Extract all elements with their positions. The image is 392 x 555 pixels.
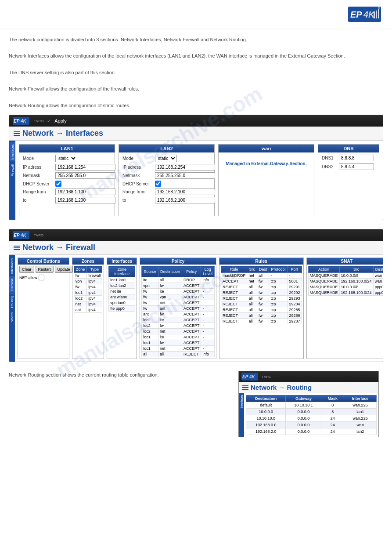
iface-col-zone: Zone Interface — [109, 266, 135, 277]
policy-col-src: Source — [142, 266, 158, 277]
routing-title-bar: Network → Routing — [239, 382, 378, 393]
logo: EP 4K ® — [348, 4, 383, 24]
dns1-label: DNS1 — [322, 156, 337, 160]
menu-icon[interactable] — [14, 131, 20, 136]
side-tab-interfaces[interactable]: Interfaces — [10, 142, 15, 161]
control-buttons-header: Control Buttons — [18, 258, 69, 265]
apply-label[interactable]: Apply — [54, 118, 67, 123]
lan2-dhcp-checkbox[interactable] — [155, 181, 161, 187]
policy-body: Source Destination Policy Log Level itea… — [140, 265, 216, 359]
firewall-panel-header: EP 4K TVRO — [9, 229, 383, 241]
dns2-label: DNS2 — [322, 164, 337, 169]
routing-side-tab-interfaces[interactable]: Interfaces — [239, 393, 244, 410]
lan2-range-from-field: Range from — [122, 189, 211, 195]
routing-panel-container: EP 4K TVRO Network → Routing — [238, 371, 383, 437]
dns1-input[interactable] — [339, 155, 374, 161]
zones-col-type: Type — [87, 266, 102, 273]
clear-button[interactable]: Clear — [19, 266, 34, 273]
lan1-ip-input[interactable] — [55, 164, 115, 170]
lan1-netmask-label: Netmask — [23, 173, 54, 178]
policy-header: Policy — [140, 258, 216, 265]
table-row: fwiteACCEPT- — [142, 289, 215, 294]
net-allow-label: NET allow — [19, 276, 37, 280]
lan2-ip-input[interactable] — [155, 164, 215, 170]
lan1-netmask-input[interactable] — [55, 172, 115, 179]
lan1-box: LAN1 Mode static IP adress — [19, 144, 115, 216]
zones-body: Zone Type fwfirewallvpnipv4fwipv4loc1ipv… — [72, 265, 104, 314]
table-row: REJECTallfwtcp29285 — [221, 307, 302, 313]
lan2-range-from-label: Range from — [122, 189, 153, 194]
svg-rect-5 — [376, 11, 377, 18]
snat-header: SNAT — [307, 258, 383, 265]
lan1-dhcp-checkbox[interactable] — [55, 181, 61, 187]
routing-body: Interfaces Destination Gateway Mask — [239, 393, 378, 437]
fw-side-tabs: Interfaces Firewall Routing others — [9, 255, 15, 362]
svg-text:4K: 4K — [20, 233, 27, 238]
svg-rect-4 — [374, 12, 375, 18]
table-row: antipv4 — [74, 307, 102, 313]
snat-section: SNAT Action Src Dest — [306, 258, 383, 359]
interfaces-fw-header: Interfaces — [107, 258, 137, 265]
lan2-range-from-input[interactable] — [155, 189, 215, 195]
svg-text:EP: EP — [14, 233, 20, 238]
interfaces-fw-body: Zone Interface loc1 lan1loc2 lan2net ite… — [107, 265, 137, 313]
table-row: loc2netACCEPT- — [142, 329, 215, 334]
zones-col-zone: Zone — [74, 266, 87, 273]
interfaces-panel-header: EP 4K TVRO ✓ Apply — [9, 115, 383, 127]
update-button[interactable]: Update — [55, 266, 73, 273]
control-buttons-body: Clear Restart Update NET allow — [18, 265, 69, 282]
table-row: fwipv4 — [74, 284, 102, 290]
lan2-netmask-field: Netmask — [122, 172, 211, 179]
svg-rect-6 — [378, 9, 379, 18]
fw-side-tab-interfaces[interactable]: Interfaces — [9, 257, 15, 276]
bottom-section: Network Routing section shows the curren… — [9, 371, 383, 437]
dns2-input[interactable] — [339, 163, 374, 170]
fw-tvro-label: TVRO — [34, 233, 43, 237]
lan1-range-from-input[interactable] — [55, 189, 115, 195]
firewall-panel: EP 4K TVRO Network → Firewall Interfaces… — [9, 229, 383, 362]
zones-section: Zones Zone Type fwfirewallv — [72, 258, 104, 359]
routing-menu-icon[interactable] — [242, 385, 248, 390]
lan1-to-label: to — [23, 198, 54, 203]
interfaces-panel-title: Network → Interfaces — [22, 129, 103, 138]
firewall-title-bar: Network → Firewall — [9, 241, 383, 255]
table-row: ACCEPTnetfwtcp5001 — [221, 279, 302, 284]
snat-col-action: Action — [308, 266, 339, 273]
lan1-to-field: to — [23, 197, 111, 203]
restart-button[interactable]: Restart — [36, 266, 54, 273]
epak-logo-routing: EP 4K — [241, 373, 259, 381]
table-row: fwnetACCEPT- — [142, 300, 215, 306]
table-row: vpn tun0 — [109, 300, 135, 306]
lan1-to-input[interactable] — [55, 197, 115, 203]
table-row: REJECTallfwtcp29293 — [221, 296, 302, 301]
epak-logo-icon: EP 4K ® — [348, 4, 383, 24]
side-tabs: Interfaces Firewall — [9, 141, 15, 220]
dns-box: DNS DNS1 DNS2 — [318, 144, 379, 216]
policy-table: Source Destination Policy Log Level itea… — [141, 266, 215, 357]
lan2-to-input[interactable] — [155, 197, 215, 203]
net-allow-checkbox[interactable] — [39, 275, 44, 280]
table-row: netipv4 — [74, 301, 102, 307]
interfaces-content: LAN1 Mode static IP adress — [15, 141, 383, 220]
lan1-mode-select[interactable]: static — [55, 155, 77, 162]
lan2-netmask-input[interactable] — [155, 172, 215, 179]
table-row: REJECTallfwtcp29291 — [221, 284, 302, 290]
side-tab-firewall[interactable]: Firewall — [10, 163, 15, 178]
svg-text:4K: 4K — [20, 119, 27, 123]
fw-side-tab-firewall[interactable]: Firewall — [9, 277, 15, 293]
interfaces-panel-body: Interfaces Firewall LAN1 Mode static — [9, 141, 383, 220]
zones-header: Zones — [72, 258, 104, 265]
lan2-mode-select[interactable]: static — [155, 155, 177, 162]
fw-side-tab-routing[interactable]: Routing — [9, 294, 15, 310]
fw-menu-icon[interactable] — [14, 246, 20, 250]
table-row: 192.168.2.00.0.0.024lan2 — [246, 428, 377, 435]
table-row: REJECTallfwtcp29286 — [221, 313, 302, 319]
wan-box: wan Managed in External-Gateway-Section. — [218, 144, 314, 216]
fw-side-tab-others[interactable]: others — [9, 311, 15, 324]
apply-check-icon: ✓ — [47, 118, 51, 124]
snat-body: Action Src Dest MASQUERADE10.0.0.0/8wanM… — [307, 265, 383, 297]
routing-header-bar: EP 4K TVRO — [239, 371, 378, 382]
lan2-mode-field: Mode static — [122, 155, 211, 162]
table-row: vpnipv4 — [74, 279, 102, 284]
lan1-ip-label: IP adress — [23, 165, 54, 170]
